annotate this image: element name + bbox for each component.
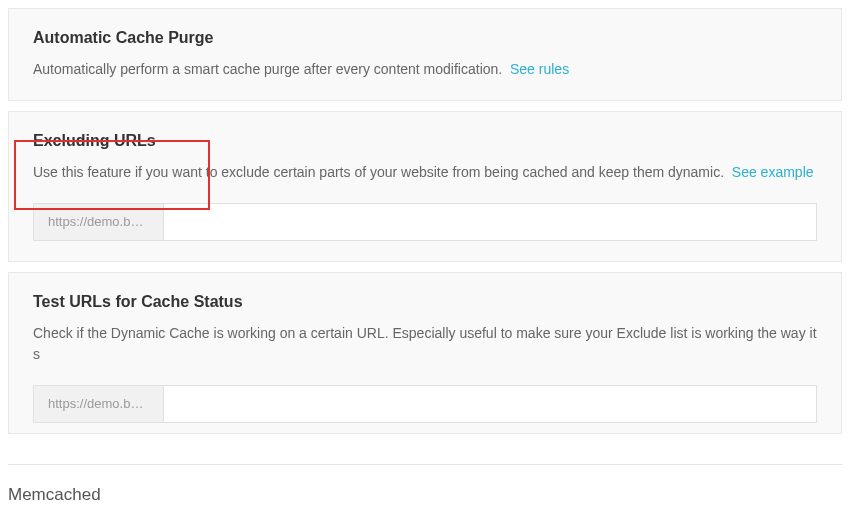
see-rules-link[interactable]: See rules — [510, 61, 569, 77]
auto-cache-purge-panel: Automatic Cache Purge Automatically perf… — [8, 8, 842, 101]
auto-cache-purge-title: Automatic Cache Purge — [33, 29, 817, 47]
excluding-urls-title: Excluding URLs — [33, 132, 817, 150]
memcached-title: Memcached — [8, 485, 850, 505]
excluding-urls-desc: Use this feature if you want to exclude … — [33, 162, 817, 183]
excluding-urls-prefix: https://demo.b… — [33, 203, 163, 241]
test-urls-title: Test URLs for Cache Status — [33, 293, 817, 311]
excluding-urls-desc-text: Use this feature if you want to exclude … — [33, 164, 724, 180]
test-urls-panel: Test URLs for Cache Status Check if the … — [8, 272, 842, 434]
see-examples-link[interactable]: See example — [732, 164, 814, 180]
section-divider — [8, 464, 842, 465]
test-urls-desc: Check if the Dynamic Cache is working on… — [33, 323, 817, 365]
test-urls-prefix: https://demo.b… — [33, 385, 163, 423]
auto-cache-purge-desc-text: Automatically perform a smart cache purg… — [33, 61, 502, 77]
excluding-urls-input-row: https://demo.b… — [33, 203, 817, 241]
excluding-urls-input[interactable] — [163, 203, 817, 241]
auto-cache-purge-desc: Automatically perform a smart cache purg… — [33, 59, 817, 80]
test-urls-input-row: https://demo.b… — [33, 385, 817, 423]
excluding-urls-panel: Excluding URLs Use this feature if you w… — [8, 111, 842, 262]
test-urls-input[interactable] — [163, 385, 817, 423]
